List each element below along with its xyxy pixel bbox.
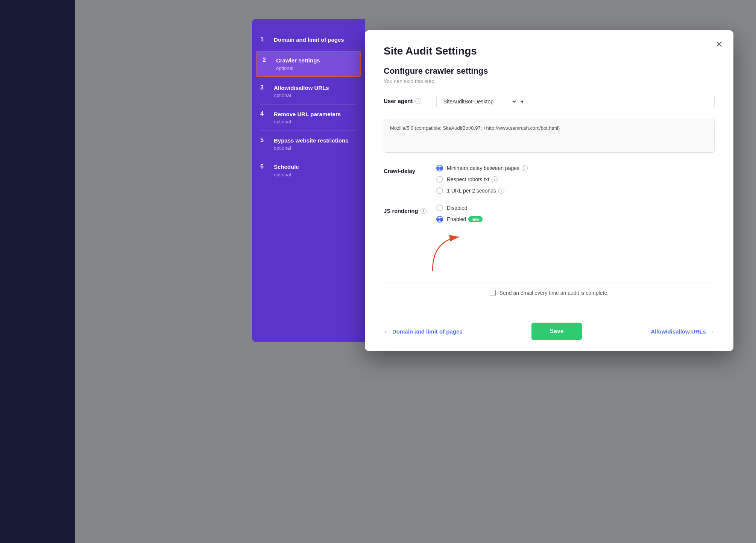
arrow-right-icon: →	[709, 328, 715, 335]
radio-min-delay[interactable]	[436, 165, 443, 171]
crawl-delay-option-1[interactable]: Minimum delay between pages i	[436, 165, 715, 171]
step-3[interactable]: 3 Allow/disallow URLs optional	[252, 78, 365, 104]
email-label: Send an email every time an audit is com…	[499, 290, 609, 296]
back-link[interactable]: ← Domain and limit of pages	[384, 328, 463, 335]
js-rendering-enabled-label: Enabled new	[447, 216, 483, 222]
step-5-optional: optional	[274, 145, 348, 151]
step-1[interactable]: 1 Domain and limit of pages	[252, 30, 365, 50]
crawl-delay-row: Crawl-delay Minimum delay between pages …	[384, 165, 715, 194]
crawl-delay-label-3: 1 URL per 2 seconds i	[447, 188, 504, 194]
step-3-optional: optional	[274, 93, 329, 98]
section-subtitle: You can skip this step	[384, 78, 715, 84]
crawl-delay-label: Crawl-delay	[384, 165, 429, 174]
section-title: Configure crawler settings	[384, 66, 715, 76]
user-agent-row: User agent i SiteAuditBot-Desktop SiteAu…	[384, 95, 715, 108]
overlay-dim: 1 Domain and limit of pages 2 Crawler se…	[0, 0, 756, 543]
step-2-name: Crawler settings	[276, 57, 320, 64]
arrow-svg	[421, 229, 496, 275]
steps-sidebar: 1 Domain and limit of pages 2 Crawler se…	[252, 19, 365, 342]
step-1-number: 1	[260, 36, 269, 43]
arrow-left-icon: ←	[384, 328, 389, 335]
user-agent-textarea[interactable]	[384, 119, 715, 153]
step-4[interactable]: 4 Remove URL parameters optional	[252, 105, 365, 130]
user-agent-label: User agent i	[384, 95, 429, 104]
user-agent-string-row	[384, 119, 715, 154]
step-5[interactable]: 5 Bypass website restrictions optional	[252, 131, 365, 157]
close-button[interactable]: ✕	[712, 38, 726, 51]
step-6-number: 6	[260, 163, 269, 170]
user-agent-control: SiteAuditBot-Desktop SiteAuditBot-Mobile…	[436, 95, 715, 108]
step-4-name: Remove URL parameters	[274, 111, 341, 118]
radio-robots-txt[interactable]	[436, 176, 443, 183]
crawl-delay-label-1: Minimum delay between pages i	[447, 165, 528, 171]
crawl-delay-options: Minimum delay between pages i Respect ro…	[436, 165, 715, 194]
step-4-number: 4	[260, 111, 269, 117]
save-button[interactable]: Save	[531, 323, 581, 340]
close-icon: ✕	[715, 39, 723, 50]
js-rendering-option-disabled[interactable]: Disabled	[436, 205, 715, 211]
user-agent-info-icon[interactable]: i	[415, 98, 421, 104]
dropdown-chevron-icon: ▾	[521, 99, 524, 105]
js-rendering-options: Disabled Enabled new	[436, 205, 715, 223]
step-3-name: Allow/disallow URLs	[274, 84, 329, 92]
modal-title: Site Audit Settings	[384, 45, 715, 57]
step-5-name: Bypass website restrictions	[274, 137, 348, 144]
step-5-number: 5	[260, 137, 269, 144]
js-rendering-option-enabled[interactable]: Enabled new	[436, 216, 715, 223]
js-rendering-label: JS rendering i	[384, 205, 429, 214]
step-6[interactable]: 6 Schedule optional	[252, 157, 365, 183]
step-4-optional: optional	[274, 119, 341, 124]
step-6-name: Schedule	[274, 163, 299, 171]
crawl-delay-option-2[interactable]: Respect robots.txt i	[436, 176, 715, 183]
crawl-delay-option-3[interactable]: 1 URL per 2 seconds i	[436, 187, 715, 194]
next-link[interactable]: Allow/disallow URLs →	[651, 328, 715, 335]
step-2-number: 2	[263, 57, 271, 64]
modal-body: Site Audit Settings Configure crawler se…	[365, 30, 733, 315]
radio-disabled[interactable]	[436, 205, 443, 211]
step-divider-1	[260, 50, 357, 50]
page-layout: 1 Domain and limit of pages 2 Crawler se…	[0, 0, 756, 543]
new-badge: new	[468, 216, 482, 222]
step-1-name: Domain and limit of pages	[274, 36, 344, 44]
crawl-delay-info-icon-2[interactable]: i	[492, 176, 498, 182]
email-notification-row: Send an email every time an audit is com…	[384, 282, 715, 303]
crawl-delay-info-icon-3[interactable]: i	[498, 188, 504, 194]
crawl-delay-info-icon-1[interactable]: i	[522, 165, 528, 171]
modal-footer: ← Domain and limit of pages Save Allow/d…	[365, 315, 733, 351]
radio-one-url[interactable]	[436, 187, 443, 194]
step-6-optional: optional	[274, 172, 299, 177]
user-agent-select[interactable]: SiteAuditBot-Desktop SiteAuditBot-Mobile…	[442, 98, 517, 105]
js-rendering-disabled-label: Disabled	[447, 205, 467, 211]
user-agent-dropdown[interactable]: SiteAuditBot-Desktop SiteAuditBot-Mobile…	[436, 95, 715, 108]
js-rendering-info-icon[interactable]: i	[421, 208, 427, 214]
step-3-number: 3	[260, 84, 269, 91]
step-2[interactable]: 2 Crawler settings optional	[256, 51, 361, 77]
email-checkbox[interactable]	[490, 290, 496, 296]
crawl-delay-label-2: Respect robots.txt i	[447, 176, 498, 182]
js-rendering-row: JS rendering i Disabled	[384, 205, 715, 223]
modal-wrapper: 1 Domain and limit of pages 2 Crawler se…	[252, 19, 733, 351]
arrow-annotation	[384, 229, 715, 275]
modal-panel: ✕ Site Audit Settings Configure crawler …	[365, 30, 733, 351]
step-2-optional: optional	[276, 65, 320, 71]
radio-enabled[interactable]	[436, 216, 443, 223]
